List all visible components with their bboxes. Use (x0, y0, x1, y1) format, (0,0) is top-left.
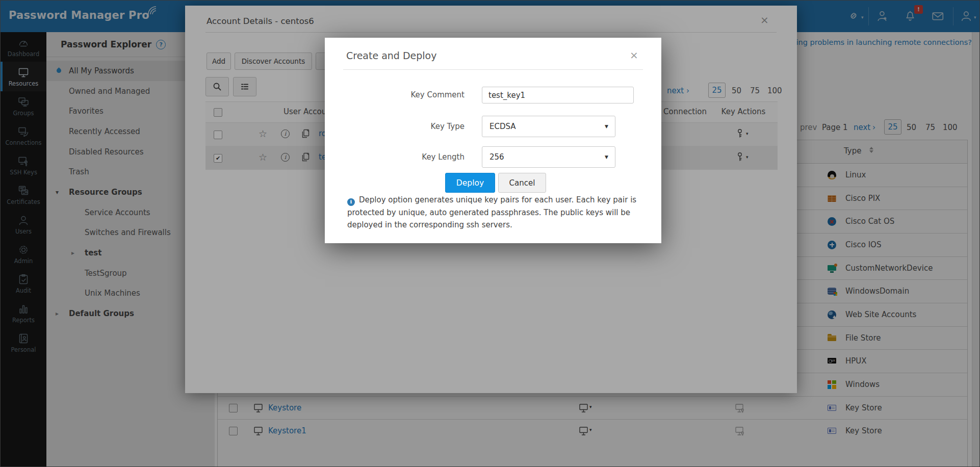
dialog-divider (343, 69, 643, 70)
select-caret-icon: ▼ (605, 154, 608, 160)
deploy-button[interactable]: Deploy (445, 173, 495, 193)
dialog-title: Create and Deploy (346, 50, 437, 61)
create-and-deploy-dialog: Create and Deploy × Key Comment Key Type… (325, 38, 661, 243)
key-comment-input[interactable] (482, 87, 634, 103)
info-icon: i (347, 198, 355, 206)
cancel-button[interactable]: Cancel (498, 173, 546, 193)
key-type-label: Key Type (347, 122, 465, 131)
deploy-info-text: iDeploy option generates unique key pair… (347, 194, 642, 231)
key-length-select[interactable]: 256 ▼ (482, 146, 615, 168)
select-caret-icon: ▼ (605, 124, 608, 129)
password-manager-pro-app: Password Manager Pro ▾ (0, 0, 980, 467)
close-icon[interactable]: × (630, 50, 638, 60)
key-comment-label: Key Comment (347, 90, 465, 99)
key-length-label: Key Length (347, 152, 465, 162)
key-type-select[interactable]: ECDSA ▼ (482, 116, 615, 137)
